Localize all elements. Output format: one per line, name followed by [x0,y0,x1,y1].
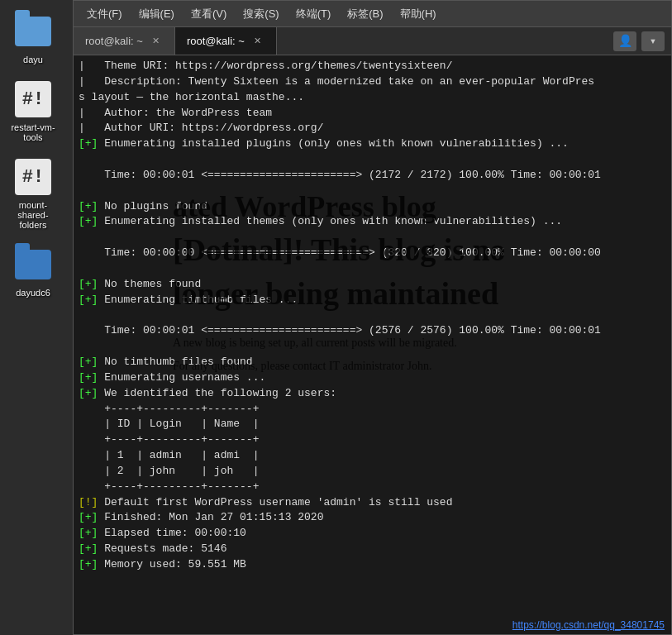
desktop-icon-mount-shared-folders[interactable]: #! mount- shared- folders [10,154,56,233]
line-user-1: | 1 | admin | admi | [74,448,671,464]
tab-2-label: root@kali: ~ [187,35,245,47]
line-blank-4 [74,261,671,277]
menu-view[interactable]: 查看(V) [184,5,233,23]
hash-icon-1: #! [15,81,51,117]
line-enum-users: [+] Enumerating usernames ... [74,370,671,386]
line-no-timthumb: [+] No timthumb files found [74,355,671,370]
desktop: dayu #! restart-vm- tools #! mount- shar… [0,0,66,635]
line-no-themes: [+] No themes found [74,277,671,293]
menu-help[interactable]: 帮助(H) [393,5,443,23]
menu-terminal[interactable]: 终端(T) [289,5,338,23]
line-blank-1 [74,152,671,168]
menu-edit[interactable]: 编辑(E) [132,5,181,23]
line-identified-users: [+] We identified the following 2 users: [74,386,671,402]
tab-2[interactable]: root@kali: ~ ✕ [175,27,277,55]
line-finished: [+] Finished: Mon Jan 27 01:15:13 2020 [74,510,671,526]
desktop-icon-label-mount: mount- shared- folders [17,200,48,230]
desktop-icon-label-dayu: dayu [23,55,43,64]
line-themes-progress: Time: 00:00:00 <========================… [74,246,671,261]
line-blank-5 [74,308,671,324]
line-description: | Description: Twenty Sixteen is a moder… [74,74,671,106]
terminal-window: 文件(F) 编辑(E) 查看(V) 搜索(S) 终端(T) 标签(B) 帮助(H… [73,0,672,635]
line-blank-3 [74,230,671,246]
line-table-header: | ID | Login | Name | [74,417,671,432]
desktop-icon-dayudc6[interactable]: dayudc6 [10,241,56,301]
terminal-content[interactable]: | Theme URI: https://wordpress.org/theme… [74,55,671,634]
line-theme-uri: | Theme URI: https://wordpress.org/theme… [74,59,671,74]
line-requests: [+] Requests made: 5146 [74,542,671,557]
line-elapsed: [+] Elapsed time: 00:00:10 [74,526,671,542]
menu-search[interactable]: 搜索(S) [236,5,285,23]
tab-1[interactable]: root@kali: ~ ✕ [74,27,175,55]
tab-2-close[interactable]: ✕ [251,35,265,48]
hash-icon-2: #! [15,159,51,195]
line-plugins-progress: Time: 00:00:01 <=======================>… [74,168,671,184]
tab-dropdown-button[interactable]: ▾ [641,31,665,51]
line-enum-plugins: [+] Enumerating installed plugins (only … [74,136,671,152]
line-table-top: +----+---------+-------+ [74,402,671,418]
line-user-2: | 2 | john | joh | [74,464,671,480]
line-no-plugins: [+] No plugins found [74,199,671,215]
menu-file[interactable]: 文件(F) [80,5,129,23]
menu-bar: 文件(F) 编辑(E) 查看(V) 搜索(S) 终端(T) 标签(B) 帮助(H… [74,1,671,27]
line-table-sep: +----+---------+-------+ [74,432,671,448]
line-blank-6 [74,339,671,355]
line-blank-2 [74,184,671,199]
line-warning-admin: [!] Default first WordPress username 'ad… [74,495,671,511]
line-enum-themes: [+] Enumerating installed themes (only o… [74,214,671,230]
desktop-icon-restart-vm-tools[interactable]: #! restart-vm- tools [7,76,58,146]
line-memory: [+] Memory used: 59.551 MB [74,557,671,573]
line-enum-timthumb: [+] Enumerating timthumb files ... [74,293,671,308]
status-bar-url: https://blog.csdn.net/qq_34801745 [506,617,671,634]
menu-tabs[interactable]: 标签(B) [341,5,389,23]
desktop-icon-label-restart: restart-vm- tools [11,122,55,142]
line-author: | Author: the WordPress team [74,106,671,122]
tab-right-controls: 👤 ▾ [613,27,671,55]
tab-bar: root@kali: ~ ✕ root@kali: ~ ✕ 👤 ▾ [74,27,671,55]
tab-1-close[interactable]: ✕ [150,35,163,48]
desktop-icon-dayu[interactable]: dayu [10,8,56,68]
desktop-icon-label-dayudc6: dayudc6 [16,288,50,298]
new-tab-button[interactable]: 👤 [613,31,636,51]
line-author-uri: | Author URI: https://wordpress.org/ [74,121,671,136]
line-table-bottom: +----+---------+-------+ [74,480,671,495]
line-timthumb-progress: Time: 00:00:01 <=======================>… [74,323,671,339]
tab-1-label: root@kali: ~ [85,35,143,47]
